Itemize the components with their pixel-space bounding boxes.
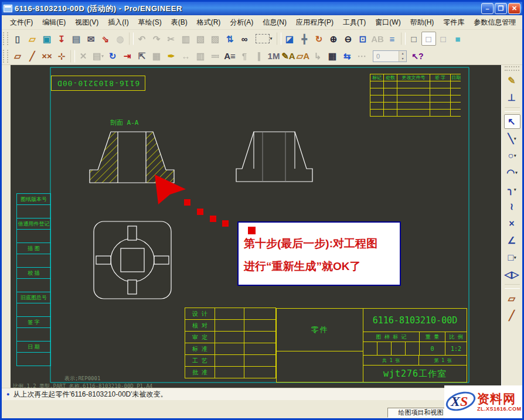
shaded-icon[interactable]: ■ xyxy=(451,32,465,46)
table-wrap-icon[interactable]: ▥ xyxy=(193,49,208,63)
toolbar-grip[interactable] xyxy=(505,66,519,71)
refresh-list-icon[interactable]: ⇅ xyxy=(223,32,237,46)
datum-axis-icon[interactable]: ╱ xyxy=(504,308,520,323)
spin-center-icon[interactable]: ╋ xyxy=(297,32,312,46)
工具(T)[interactable]: 工具(T) xyxy=(338,16,370,29)
toolbar-grip[interactable] xyxy=(3,32,8,45)
separator[interactable] xyxy=(505,284,520,289)
table-display-icon[interactable]: ▦ xyxy=(149,49,164,63)
move-to-sheet-icon[interactable]: ↳ xyxy=(311,49,325,63)
snap-lines-icon[interactable]: ∥ xyxy=(252,49,267,63)
no-hidden-icon[interactable]: □ xyxy=(436,32,451,46)
separator[interactable] xyxy=(277,32,281,45)
dimension-icon[interactable]: ↔ xyxy=(179,49,193,63)
save-icon[interactable]: ▣ xyxy=(40,32,55,46)
pdf-doc-icon[interactable]: ⇘ xyxy=(98,32,113,46)
shade-display-icon[interactable]: ◪ xyxy=(283,32,297,46)
table-settings-icon[interactable]: ⋯ xyxy=(355,49,369,63)
layers-icon[interactable]: ≡ xyxy=(385,32,400,46)
saved-views-icon[interactable]: AB xyxy=(370,32,385,46)
插入(I)[interactable]: 插入(I) xyxy=(103,16,133,29)
datum-point-display-icon[interactable]: ×× xyxy=(40,49,55,63)
csys-display-icon[interactable]: ⊹ xyxy=(55,49,69,63)
drawing-canvas[interactable]: 剖面 A-A xyxy=(11,65,501,388)
窗口(W)[interactable]: 窗口(W) xyxy=(370,16,405,29)
redo-icon[interactable]: ↷ xyxy=(149,32,164,46)
表(B)[interactable]: 表(B) xyxy=(166,16,192,29)
note-toggle-icon[interactable]: ¶ xyxy=(237,49,252,63)
零件库[interactable]: 零件库 xyxy=(438,16,469,29)
note-file-icon[interactable]: ▱A xyxy=(296,49,311,63)
arc-tool-icon[interactable]: ◠ ▾ xyxy=(504,165,520,180)
paste-icon[interactable]: ▧ xyxy=(193,32,208,46)
datum-plane-icon[interactable]: ▱ xyxy=(504,291,520,306)
zoom-out-icon[interactable]: ⊖ xyxy=(341,32,356,46)
sort-icon[interactable]: ≕ xyxy=(208,49,223,63)
find-icon[interactable]: ∞ xyxy=(237,32,252,46)
value-spinner[interactable]: 0 ▴ ▾ xyxy=(373,50,407,62)
update-sheets-icon[interactable]: ⇥ xyxy=(120,49,135,63)
separator[interactable] xyxy=(401,32,406,45)
spline-tool-icon[interactable]: ≀ xyxy=(504,199,520,214)
rectangle-tool-icon[interactable]: □ ▾ xyxy=(504,250,520,265)
spinner-up-icon[interactable]: ▴ xyxy=(399,51,406,56)
separator[interactable] xyxy=(505,107,520,112)
erase-icon[interactable]: ✕ xyxy=(76,49,91,63)
cleanup-dimensions-icon[interactable]: ✒ xyxy=(164,49,179,63)
reorient-icon[interactable]: ↻ xyxy=(312,32,326,46)
close-button[interactable]: ✕ xyxy=(508,3,520,14)
annotation-note[interactable]: 第十步(最后一步):对工程图 进行“重新生成”就OK了 xyxy=(237,221,401,286)
edge-entity-icon[interactable]: ∠ xyxy=(504,233,520,248)
spinner-down-icon[interactable]: ▾ xyxy=(399,56,406,62)
send-email-icon[interactable]: ✉ xyxy=(84,32,98,46)
编辑(E)[interactable]: 编辑(E) xyxy=(38,16,70,29)
new-file-icon[interactable]: ▯ xyxy=(11,32,25,46)
草绘(S)[interactable]: 草绘(S) xyxy=(134,16,166,29)
视图(V)[interactable]: 视图(V) xyxy=(70,16,103,29)
circle-tool-icon[interactable]: ○ ▾ xyxy=(504,148,520,163)
open-folder-icon[interactable]: ▱ xyxy=(25,32,40,46)
export-pdf-icon[interactable]: ↧ xyxy=(55,32,69,46)
maximize-button[interactable]: ❐ xyxy=(495,3,507,14)
separator[interactable] xyxy=(129,32,134,45)
zoom-in-icon[interactable]: ⊕ xyxy=(326,32,341,46)
constraint-icon[interactable]: ⊥ xyxy=(504,90,520,105)
print-icon[interactable]: ▤ xyxy=(69,32,84,46)
point-tool-icon[interactable]: × xyxy=(504,216,520,231)
参数信息管理[interactable]: 参数信息管理 xyxy=(469,16,520,29)
create-table-icon[interactable]: ▦ xyxy=(325,49,340,63)
copy-icon[interactable]: ▥ xyxy=(179,32,193,46)
datum-axis-display-icon[interactable]: ╱ xyxy=(25,49,40,63)
dim-format-icon[interactable]: 1M xyxy=(267,49,281,63)
select-arrow-icon[interactable]: ↖ xyxy=(504,114,520,129)
lock-view-movement-icon[interactable]: ⇱ xyxy=(135,49,149,63)
regenerate-icon[interactable]: ↻ xyxy=(106,49,120,63)
edit-list-icon[interactable]: ▤ ▾ xyxy=(91,49,106,63)
文件(F)[interactable]: 文件(F) xyxy=(5,16,38,29)
separator[interactable] xyxy=(70,50,75,63)
信息(N)[interactable]: 信息(N) xyxy=(258,16,291,29)
minimize-button[interactable]: – xyxy=(481,3,494,14)
fillet-tool-icon[interactable]: ╮ ▾ xyxy=(504,182,520,197)
create-note-icon[interactable]: ✎A xyxy=(281,49,296,63)
zoom-refit-icon[interactable]: ⊡ xyxy=(356,32,370,46)
annotate-sketch-icon[interactable]: ✎ xyxy=(504,73,520,88)
datum-plane-display-icon[interactable]: ▱ xyxy=(11,49,25,63)
undo-icon[interactable]: ↶ xyxy=(135,32,149,46)
web-publish-icon[interactable]: ◍ xyxy=(113,32,128,46)
帮助(H)[interactable]: 帮助(H) xyxy=(406,16,439,29)
mirror-icon[interactable]: ◁▷ xyxy=(504,267,520,282)
context-help-icon[interactable]: ↖? xyxy=(410,49,425,63)
应用程序(P)[interactable]: 应用程序(P) xyxy=(291,16,338,29)
line-tool-icon[interactable]: ╲ ▾ xyxy=(504,131,520,146)
分析(A)[interactable]: 分析(A) xyxy=(225,16,258,29)
annotation-icon[interactable]: A≡ xyxy=(223,49,237,63)
update-table-icon[interactable]: ⇆ xyxy=(340,49,355,63)
toolbar-grip[interactable] xyxy=(3,50,8,63)
cut-icon[interactable]: ✂ xyxy=(164,32,179,46)
hidden-line-icon[interactable]: □ xyxy=(421,32,436,46)
wireframe-icon[interactable]: □ xyxy=(407,32,421,46)
格式(R)[interactable]: 格式(R) xyxy=(192,16,226,29)
selection-filter-box[interactable]: ▾ xyxy=(252,32,275,46)
paste-special-icon[interactable]: ▨ xyxy=(208,32,223,46)
